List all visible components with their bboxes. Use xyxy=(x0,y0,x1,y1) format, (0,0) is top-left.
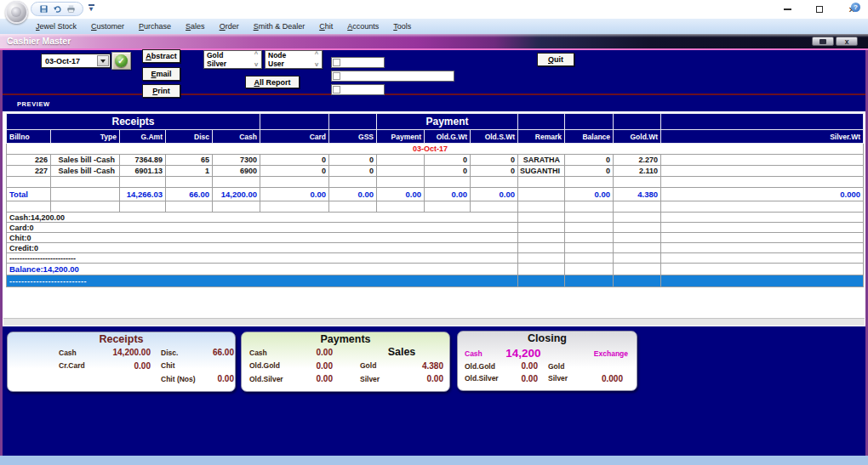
date-picker[interactable]: 03-Oct-17 xyxy=(41,54,111,68)
summary-cell[interactable]: Balance:14,200.00 xyxy=(7,264,518,275)
table-cell[interactable]: 6900 xyxy=(213,166,260,177)
summary-cell[interactable] xyxy=(661,233,864,243)
minimize-button[interactable] xyxy=(771,0,803,19)
table-cell[interactable] xyxy=(377,201,425,213)
summary-cell[interactable] xyxy=(661,264,864,275)
total-cell[interactable]: 66.00 xyxy=(166,188,213,201)
table-cell[interactable] xyxy=(260,201,329,213)
summary-cell[interactable] xyxy=(661,213,864,223)
total-cell[interactable]: 0.000 xyxy=(661,188,864,201)
restore-button[interactable] xyxy=(803,0,836,19)
table-cell[interactable]: Sales bill -Cash xyxy=(51,166,120,177)
table-cell[interactable]: 0 xyxy=(329,166,377,177)
form-restore-button[interactable] xyxy=(812,37,834,46)
summary-cell[interactable]: Cash:14,200.00 xyxy=(7,213,518,223)
table-cell[interactable]: 0 xyxy=(471,155,518,166)
total-cell[interactable]: 0.00 xyxy=(260,188,329,201)
table-cell[interactable]: 0 xyxy=(471,166,518,177)
table-cell[interactable] xyxy=(518,177,565,188)
table-cell[interactable] xyxy=(661,166,864,177)
menu-item-purchase[interactable]: Purchase xyxy=(139,22,171,31)
table-cell[interactable]: 7300 xyxy=(213,155,260,166)
entry-field-2[interactable] xyxy=(331,71,454,82)
table-cell[interactable] xyxy=(166,177,213,188)
menu-item-order[interactable]: Order xyxy=(220,22,239,31)
menu-item-chit[interactable]: Chit xyxy=(319,22,333,31)
table-cell[interactable] xyxy=(614,177,661,188)
table-cell[interactable] xyxy=(7,177,51,188)
summary-cell[interactable]: Chit:0 xyxy=(7,233,518,243)
abstract-button[interactable]: Abstract xyxy=(142,49,180,63)
print-icon[interactable] xyxy=(66,3,77,14)
chevron-down-icon[interactable] xyxy=(97,55,109,66)
table-cell[interactable] xyxy=(565,177,614,188)
metal-listbox[interactable]: ^v GoldSilver xyxy=(203,50,262,69)
print-button[interactable]: Print xyxy=(142,84,180,98)
total-cell[interactable]: 14,266.03 xyxy=(120,188,166,201)
menu-item-customer[interactable]: Customer xyxy=(91,22,124,31)
table-cell[interactable]: 7364.89 xyxy=(120,155,166,166)
summary-cell[interactable] xyxy=(518,213,565,223)
table-cell[interactable]: SUGANTHI xyxy=(518,166,565,177)
listbox-scrollbar[interactable]: ^v xyxy=(312,51,321,68)
summary-cell[interactable] xyxy=(518,233,565,243)
listbox-scrollbar[interactable]: ^v xyxy=(252,51,260,68)
table-cell[interactable] xyxy=(518,201,565,213)
summary-cell[interactable] xyxy=(614,213,661,223)
summary-cell[interactable] xyxy=(518,275,565,287)
summary-cell[interactable] xyxy=(565,223,614,233)
summary-cell[interactable] xyxy=(614,243,661,253)
table-cell[interactable]: 2.110 xyxy=(614,166,661,177)
all-report-button[interactable]: All Report xyxy=(245,76,300,88)
table-cell[interactable]: 0 xyxy=(565,155,614,166)
table-cell[interactable] xyxy=(51,177,120,188)
summary-cell[interactable] xyxy=(661,223,864,233)
table-cell[interactable]: 0 xyxy=(425,166,471,177)
summary-cell[interactable] xyxy=(614,223,661,233)
summary-cell[interactable] xyxy=(565,243,614,253)
summary-cell[interactable] xyxy=(661,253,864,264)
entry-field-3[interactable] xyxy=(331,84,385,95)
table-cell[interactable] xyxy=(425,177,471,188)
table-cell[interactable] xyxy=(661,177,864,188)
summary-cell[interactable] xyxy=(614,233,661,243)
confirm-button[interactable]: ✓ xyxy=(111,52,131,70)
table-cell[interactable] xyxy=(7,201,51,213)
table-cell[interactable] xyxy=(614,201,661,213)
table-cell[interactable]: 226 xyxy=(7,155,51,166)
save-icon[interactable] xyxy=(38,3,49,14)
total-cell[interactable]: 0.00 xyxy=(377,188,425,201)
email-button[interactable]: Email xyxy=(142,67,180,81)
table-cell[interactable] xyxy=(329,177,377,188)
summary-cell[interactable] xyxy=(565,275,614,287)
total-cell[interactable]: 4.380 xyxy=(614,188,661,201)
table-cell[interactable] xyxy=(120,177,166,188)
summary-cell[interactable] xyxy=(518,264,565,275)
entry-field-1[interactable] xyxy=(331,57,385,68)
summary-cell[interactable] xyxy=(565,233,614,243)
table-cell[interactable]: 0 xyxy=(329,155,377,166)
table-cell[interactable]: SARATHA xyxy=(518,155,565,166)
menu-item-jewel-stock[interactable]: Jewel Stock xyxy=(36,22,77,31)
table-cell[interactable] xyxy=(377,166,425,177)
total-cell[interactable] xyxy=(518,188,565,201)
total-cell[interactable]: 0.00 xyxy=(565,188,614,201)
table-cell[interactable]: 0 xyxy=(425,155,471,166)
total-cell[interactable]: 0.00 xyxy=(471,188,518,201)
table-cell[interactable]: 0 xyxy=(565,166,614,177)
table-cell[interactable] xyxy=(51,201,120,213)
summary-cell[interactable] xyxy=(518,243,565,253)
form-close-button[interactable]: x xyxy=(836,37,858,46)
table-cell[interactable] xyxy=(565,201,614,213)
summary-cell[interactable]: Credit:0 xyxy=(7,243,518,253)
menu-item-tools[interactable]: Tools xyxy=(393,22,411,31)
table-cell[interactable]: Sales bill -Cash xyxy=(51,155,120,166)
menu-item-sales[interactable]: Sales xyxy=(186,22,205,31)
table-cell[interactable] xyxy=(471,201,518,213)
table-cell[interactable] xyxy=(425,201,471,213)
table-cell[interactable]: 0 xyxy=(260,166,329,177)
table-cell[interactable]: 2.270 xyxy=(614,155,661,166)
table-cell[interactable]: 1 xyxy=(166,166,213,177)
table-cell[interactable] xyxy=(377,177,425,188)
table-cell[interactable] xyxy=(260,177,329,188)
